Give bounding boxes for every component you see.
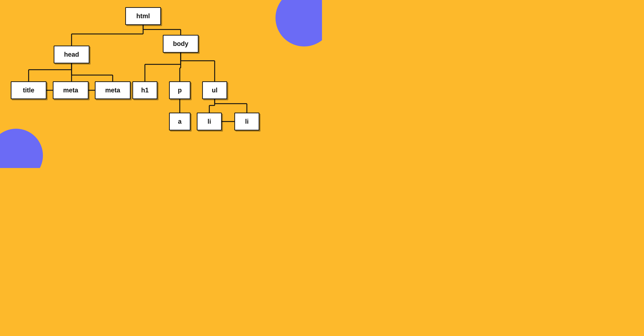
tree-diagram: html head body title meta meta h1 p ul a… <box>0 0 322 168</box>
node-li1: li <box>197 113 222 130</box>
node-ul: ul <box>202 81 227 99</box>
node-title: title <box>11 81 46 99</box>
node-li2: li <box>234 113 260 130</box>
node-html: html <box>125 7 161 25</box>
node-p: p <box>169 81 190 99</box>
node-h1: h1 <box>132 81 158 99</box>
node-body: body <box>163 35 198 53</box>
node-head: head <box>54 45 90 63</box>
tree-connectors <box>0 0 322 168</box>
node-meta2: meta <box>95 81 130 99</box>
node-a: a <box>169 113 190 130</box>
node-meta1: meta <box>53 81 88 99</box>
